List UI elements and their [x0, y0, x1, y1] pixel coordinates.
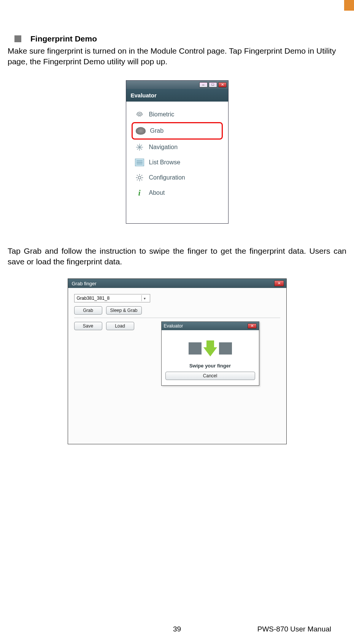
grab-window-title: Grab finger [70, 281, 97, 286]
menu-label: List Browse [149, 159, 181, 166]
evaluator-menu: Biometric Grab Navigation List Browse [126, 102, 228, 223]
save-button[interactable]: Save [74, 322, 102, 330]
section-heading: Fingerprint Demo [14, 34, 346, 43]
menu-item-grab[interactable]: Grab [132, 122, 223, 140]
evaluator-window: – ☐ ✕ Evaluator Biometric Grab [126, 80, 229, 224]
sleep-grab-button[interactable]: Sleep & Grab [106, 306, 142, 315]
svg-point-0 [139, 146, 140, 148]
grab-button-row-1: Grab Sleep & Grab [74, 306, 280, 315]
page-number: 39 [173, 625, 181, 633]
cancel-button[interactable]: Cancel [165, 372, 255, 380]
menu-label: Navigation [149, 144, 178, 151]
grab-finger-window: Grab finger ✕ Grab381_381_8 ▾ Grab Sleep… [68, 278, 287, 444]
navigation-icon [135, 142, 144, 152]
figure-evaluator: – ☐ ✕ Evaluator Biometric Grab [8, 80, 346, 224]
close-button[interactable]: ✕ [274, 280, 284, 286]
swipe-prompt: Swipe your finger [165, 363, 255, 369]
menu-item-biometric[interactable]: Biometric [132, 107, 223, 122]
paragraph-intro: Make sure fingerprint is turned on in th… [8, 46, 346, 67]
gear-icon [135, 173, 144, 183]
chevron-down-icon: ▾ [141, 295, 148, 301]
grab-titlebar: Grab finger ✕ [68, 279, 286, 288]
grab-mode-combo[interactable]: Grab381_381_8 ▾ [74, 294, 150, 302]
close-button[interactable]: ✕ [218, 82, 227, 87]
load-button[interactable]: Load [106, 322, 134, 330]
menu-label: Configuration [149, 174, 185, 181]
fingerprint-icon [135, 110, 144, 119]
maximize-button[interactable]: ☐ [209, 82, 217, 87]
swipe-dialog-body: Swipe your finger Cancel [162, 330, 259, 385]
swipe-dialog: Evaluator ✕ [161, 321, 259, 386]
menu-label: Grab [150, 127, 164, 134]
figure-grab-finger: Grab finger ✕ Grab381_381_8 ▾ Grab Sleep… [8, 278, 346, 444]
swipe-dialog-title: Evaluator [164, 323, 183, 329]
menu-item-configuration[interactable]: Configuration [132, 170, 223, 185]
scanner-left-icon [189, 342, 202, 355]
divider [74, 318, 280, 318]
menu-label: Biometric [149, 111, 175, 118]
page-content: Fingerprint Demo Make sure fingerprint i… [0, 0, 354, 444]
section-title: Fingerprint Demo [30, 34, 97, 43]
fingerprint-grab-icon [136, 126, 146, 136]
combo-value: Grab381_381_8 [77, 296, 110, 301]
swipe-arrow-icon [202, 339, 219, 358]
menu-item-list-browse[interactable]: List Browse [132, 155, 223, 170]
info-icon: i [135, 188, 144, 198]
grab-window-body: Grab381_381_8 ▾ Grab Sleep & Grab Save L… [68, 288, 286, 444]
paragraph-grab-instructions: Tap Grab and follow the instruction to s… [8, 246, 346, 267]
section-bullet-icon [14, 35, 21, 42]
swipe-dialog-titlebar: Evaluator ✕ [162, 322, 259, 330]
evaluator-header: Evaluator [126, 89, 228, 102]
page-edge-tab [344, 0, 354, 11]
swipe-scanner-graphic [165, 339, 255, 358]
evaluator-titlebar: – ☐ ✕ [126, 81, 228, 89]
grab-button[interactable]: Grab [74, 306, 102, 315]
svg-point-1 [138, 176, 141, 179]
close-button[interactable]: ✕ [248, 323, 257, 329]
menu-item-navigation[interactable]: Navigation [132, 140, 223, 155]
minimize-button[interactable]: – [199, 82, 208, 87]
manual-title: PWS-870 User Manual [257, 625, 331, 633]
menu-item-about[interactable]: i About [132, 185, 223, 200]
scanner-right-icon [219, 342, 232, 355]
menu-label: About [149, 189, 165, 196]
list-icon [135, 157, 144, 167]
